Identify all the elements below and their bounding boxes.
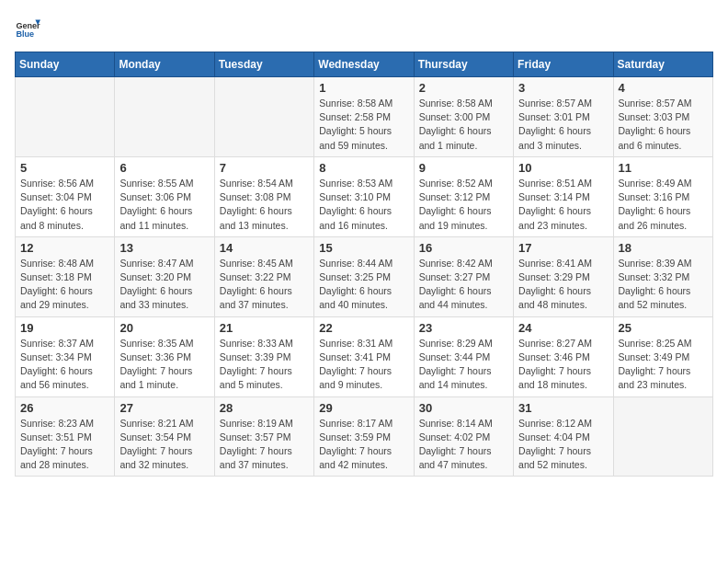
sunset-label: Sunset: 3:08 PM	[220, 191, 291, 202]
day-number: 26	[20, 401, 109, 415]
day-number: 10	[518, 161, 608, 175]
sunset-label: Sunset: 3:44 PM	[419, 351, 491, 362]
sunrise-label: Sunrise: 8:57 AM	[518, 98, 592, 109]
day-number: 29	[319, 401, 408, 415]
day-info: Sunrise: 8:58 AMSunset: 3:00 PMDaylight:…	[419, 97, 508, 153]
sunset-label: Sunset: 3:57 PM	[220, 431, 291, 442]
day-info: Sunrise: 8:45 AMSunset: 3:22 PMDaylight:…	[220, 257, 309, 313]
day-info: Sunrise: 8:29 AMSunset: 3:44 PMDaylight:…	[419, 337, 508, 393]
calendar-cell: 23Sunrise: 8:29 AMSunset: 3:44 PMDayligh…	[414, 316, 513, 396]
sunset-label: Sunset: 3:36 PM	[119, 351, 191, 362]
day-number: 2	[419, 81, 508, 95]
day-info: Sunrise: 8:58 AMSunset: 2:58 PMDaylight:…	[319, 97, 408, 153]
day-number: 21	[220, 321, 309, 335]
day-number: 17	[518, 241, 608, 255]
day-number: 3	[518, 81, 608, 95]
sunrise-label: Sunrise: 8:45 AM	[220, 258, 293, 269]
daylight-label: Daylight: 7 hours and 47 minutes.	[419, 445, 492, 470]
daylight-label: Daylight: 7 hours and 18 minutes.	[518, 365, 591, 390]
day-info: Sunrise: 8:57 AMSunset: 3:03 PMDaylight:…	[619, 97, 708, 153]
daylight-label: Daylight: 6 hours and 40 minutes.	[319, 285, 392, 310]
calendar-cell	[16, 77, 115, 157]
daylight-label: Daylight: 6 hours and 6 minutes.	[619, 125, 691, 150]
calendar-cell: 20Sunrise: 8:35 AMSunset: 3:36 PMDayligh…	[115, 316, 214, 396]
daylight-label: Daylight: 7 hours and 42 minutes.	[319, 445, 392, 470]
calendar-cell	[214, 77, 313, 157]
day-number: 1	[319, 81, 408, 95]
sunrise-label: Sunrise: 8:53 AM	[319, 178, 392, 189]
day-number: 8	[319, 161, 408, 175]
sunrise-label: Sunrise: 8:48 AM	[20, 258, 94, 269]
daylight-label: Daylight: 7 hours and 52 minutes.	[518, 445, 591, 470]
col-monday: Monday	[115, 52, 214, 77]
day-info: Sunrise: 8:51 AMSunset: 3:14 PMDaylight:…	[518, 177, 608, 233]
day-number: 16	[419, 241, 508, 255]
daylight-label: Daylight: 6 hours and 33 minutes.	[119, 285, 192, 310]
col-thursday: Thursday	[414, 52, 513, 77]
sunset-label: Sunset: 3:04 PM	[20, 191, 92, 202]
day-info: Sunrise: 8:44 AMSunset: 3:25 PMDaylight:…	[319, 257, 408, 313]
sunset-label: Sunset: 3:18 PM	[20, 271, 92, 282]
sunrise-label: Sunrise: 8:49 AM	[619, 178, 692, 189]
day-header-row: Sunday Monday Tuesday Wednesday Thursday…	[16, 52, 713, 77]
sunset-label: Sunset: 3:29 PM	[518, 271, 590, 282]
logo-icon: General Blue	[15, 15, 40, 40]
day-number: 13	[119, 241, 209, 255]
day-number: 19	[20, 321, 109, 335]
daylight-label: Daylight: 7 hours and 32 minutes.	[119, 445, 192, 470]
sunset-label: Sunset: 2:58 PM	[319, 111, 391, 122]
calendar-cell: 2Sunrise: 8:58 AMSunset: 3:00 PMDaylight…	[414, 77, 513, 157]
day-number: 24	[518, 321, 608, 335]
day-number: 25	[619, 321, 708, 335]
col-sunday: Sunday	[16, 52, 115, 77]
calendar-cell: 14Sunrise: 8:45 AMSunset: 3:22 PMDayligh…	[214, 236, 313, 316]
svg-text:Blue: Blue	[16, 29, 34, 39]
calendar-cell: 7Sunrise: 8:54 AMSunset: 3:08 PMDaylight…	[214, 156, 313, 236]
sunset-label: Sunset: 3:32 PM	[619, 271, 690, 282]
day-info: Sunrise: 8:53 AMSunset: 3:10 PMDaylight:…	[319, 177, 408, 233]
calendar-cell: 26Sunrise: 8:23 AMSunset: 3:51 PMDayligh…	[16, 396, 115, 477]
sunset-label: Sunset: 3:46 PM	[518, 351, 590, 362]
daylight-label: Daylight: 6 hours and 3 minutes.	[518, 125, 591, 150]
calendar-table: Sunday Monday Tuesday Wednesday Thursday…	[15, 52, 713, 477]
calendar-cell: 24Sunrise: 8:27 AMSunset: 3:46 PMDayligh…	[514, 316, 613, 396]
calendar-body: 1Sunrise: 8:58 AMSunset: 2:58 PMDaylight…	[16, 77, 713, 477]
sunrise-label: Sunrise: 8:51 AM	[518, 178, 592, 189]
sunset-label: Sunset: 3:39 PM	[220, 351, 291, 362]
sunset-label: Sunset: 3:51 PM	[20, 431, 92, 442]
day-info: Sunrise: 8:56 AMSunset: 3:04 PMDaylight:…	[20, 177, 109, 233]
logo: General Blue	[15, 15, 44, 40]
sunset-label: Sunset: 3:34 PM	[20, 351, 92, 362]
calendar-cell	[115, 77, 214, 157]
calendar-cell: 19Sunrise: 8:37 AMSunset: 3:34 PMDayligh…	[16, 316, 115, 396]
daylight-label: Daylight: 7 hours and 1 minute.	[119, 365, 192, 390]
daylight-label: Daylight: 6 hours and 19 minutes.	[419, 205, 492, 230]
daylight-label: Daylight: 6 hours and 48 minutes.	[518, 285, 591, 310]
sunrise-label: Sunrise: 8:14 AM	[419, 418, 493, 429]
sunrise-label: Sunrise: 8:41 AM	[518, 258, 592, 269]
sunrise-label: Sunrise: 8:29 AM	[419, 338, 493, 349]
sunrise-label: Sunrise: 8:37 AM	[20, 338, 94, 349]
col-friday: Friday	[514, 52, 613, 77]
calendar-cell: 25Sunrise: 8:25 AMSunset: 3:49 PMDayligh…	[613, 316, 712, 396]
calendar-cell: 21Sunrise: 8:33 AMSunset: 3:39 PMDayligh…	[214, 316, 313, 396]
day-number: 7	[220, 161, 309, 175]
sunrise-label: Sunrise: 8:23 AM	[20, 418, 94, 429]
sunrise-label: Sunrise: 8:21 AM	[119, 418, 193, 429]
sunset-label: Sunset: 4:02 PM	[419, 431, 491, 442]
col-saturday: Saturday	[613, 52, 712, 77]
sunset-label: Sunset: 3:06 PM	[119, 191, 191, 202]
day-number: 31	[518, 401, 608, 415]
day-number: 14	[220, 241, 309, 255]
day-info: Sunrise: 8:55 AMSunset: 3:06 PMDaylight:…	[119, 177, 209, 233]
calendar-week-row: 26Sunrise: 8:23 AMSunset: 3:51 PMDayligh…	[16, 396, 713, 477]
day-info: Sunrise: 8:41 AMSunset: 3:29 PMDaylight:…	[518, 257, 608, 313]
sunset-label: Sunset: 4:04 PM	[518, 431, 590, 442]
sunset-label: Sunset: 3:16 PM	[619, 191, 690, 202]
daylight-label: Daylight: 6 hours and 37 minutes.	[220, 285, 292, 310]
calendar-cell: 16Sunrise: 8:42 AMSunset: 3:27 PMDayligh…	[414, 236, 513, 316]
day-info: Sunrise: 8:25 AMSunset: 3:49 PMDaylight:…	[619, 337, 708, 393]
day-number: 23	[419, 321, 508, 335]
day-info: Sunrise: 8:19 AMSunset: 3:57 PMDaylight:…	[220, 417, 309, 473]
day-info: Sunrise: 8:49 AMSunset: 3:16 PMDaylight:…	[619, 177, 708, 233]
